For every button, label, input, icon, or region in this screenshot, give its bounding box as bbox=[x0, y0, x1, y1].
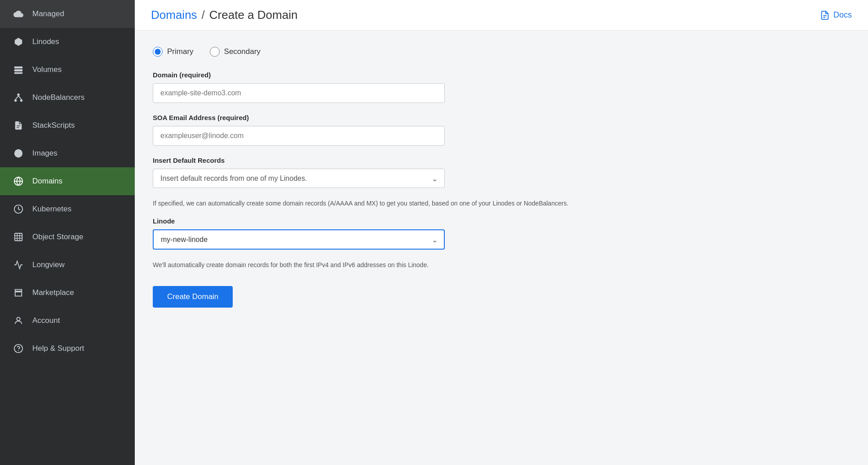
svg-point-16 bbox=[17, 317, 20, 321]
secondary-radio[interactable] bbox=[210, 47, 220, 57]
svg-line-6 bbox=[16, 96, 18, 99]
longview-icon bbox=[13, 259, 24, 271]
sidebar-label-domains: Domains bbox=[32, 177, 62, 186]
cloud-icon bbox=[13, 8, 24, 20]
breadcrumb-current: Create a Domain bbox=[209, 8, 298, 22]
sidebar-label-account: Account bbox=[32, 316, 60, 325]
hexagon-icon bbox=[13, 36, 24, 48]
nodebalancers-icon bbox=[13, 92, 24, 103]
linode-select-wrapper: my-new-linode ⌄ bbox=[153, 229, 445, 250]
domain-input[interactable] bbox=[153, 83, 445, 103]
insert-records-select-wrapper: Insert default records from one of my Li… bbox=[153, 169, 445, 188]
svg-rect-15 bbox=[15, 233, 22, 241]
insert-records-select[interactable]: Insert default records from one of my Li… bbox=[153, 169, 445, 188]
marketplace-icon bbox=[13, 287, 24, 299]
insert-records-helper: If specified, we can automatically creat… bbox=[153, 199, 647, 208]
sidebar-label-kubernetes: Kubernetes bbox=[32, 205, 71, 214]
sidebar-item-volumes[interactable]: Volumes bbox=[0, 56, 135, 84]
soa-email-field: SOA Email Address (required) bbox=[153, 114, 656, 146]
domain-label: Domain (required) bbox=[153, 71, 656, 79]
docs-label: Docs bbox=[833, 10, 852, 20]
sidebar-label-longview: Longview bbox=[32, 260, 65, 269]
sidebar-label-volumes: Volumes bbox=[32, 65, 62, 74]
sidebar-item-nodebalancers[interactable]: NodeBalancers bbox=[0, 84, 135, 112]
sidebar-label-object-storage: Object Storage bbox=[32, 232, 83, 241]
linode-field: Linode my-new-linode ⌄ bbox=[153, 217, 656, 250]
main-content: Domains / Create a Domain Docs Primary S… bbox=[135, 0, 868, 465]
sidebar-item-linodes[interactable]: Linodes bbox=[0, 28, 135, 56]
insert-records-field: Insert Default Records Insert default re… bbox=[153, 156, 656, 188]
primary-radio-label[interactable]: Primary bbox=[153, 47, 194, 57]
sidebar-item-help-support[interactable]: Help & Support bbox=[0, 335, 135, 362]
docs-link[interactable]: Docs bbox=[820, 10, 852, 20]
docs-icon bbox=[820, 10, 830, 20]
sidebar-item-marketplace[interactable]: Marketplace bbox=[0, 279, 135, 307]
help-icon bbox=[13, 343, 24, 354]
sidebar-item-longview[interactable]: Longview bbox=[0, 251, 135, 279]
breadcrumb-domains-link[interactable]: Domains bbox=[151, 8, 197, 22]
primary-radio[interactable] bbox=[153, 47, 163, 57]
svg-point-18 bbox=[18, 350, 19, 351]
volumes-icon bbox=[13, 64, 24, 76]
svg-rect-2 bbox=[14, 72, 22, 74]
object-storage-icon bbox=[13, 231, 24, 243]
sidebar: Managed Linodes Volumes NodeBalancers St… bbox=[0, 0, 135, 465]
domain-field: Domain (required) bbox=[153, 71, 656, 103]
breadcrumb: Domains / Create a Domain bbox=[151, 8, 297, 22]
svg-rect-1 bbox=[14, 69, 22, 72]
secondary-radio-label[interactable]: Secondary bbox=[210, 47, 261, 57]
sidebar-item-domains[interactable]: Domains bbox=[0, 167, 135, 195]
soa-email-input[interactable] bbox=[153, 126, 445, 146]
sidebar-item-stackscripts[interactable]: StackScripts bbox=[0, 112, 135, 139]
primary-radio-text: Primary bbox=[167, 47, 194, 56]
sidebar-label-images: Images bbox=[32, 149, 58, 158]
sidebar-label-linodes: Linodes bbox=[32, 37, 59, 46]
svg-point-10 bbox=[14, 149, 22, 157]
sidebar-label-marketplace: Marketplace bbox=[32, 288, 74, 297]
kubernetes-icon bbox=[13, 203, 24, 215]
insert-records-label: Insert Default Records bbox=[153, 156, 656, 164]
page-header: Domains / Create a Domain Docs bbox=[135, 0, 868, 31]
create-domain-form: Primary Secondary Domain (required) SOA … bbox=[135, 31, 674, 324]
sidebar-label-nodebalancers: NodeBalancers bbox=[32, 93, 84, 102]
sidebar-label-stackscripts: StackScripts bbox=[32, 121, 75, 130]
domains-icon bbox=[13, 175, 24, 187]
stackscripts-icon bbox=[13, 120, 24, 131]
svg-rect-0 bbox=[14, 67, 22, 69]
images-icon bbox=[13, 148, 24, 159]
linode-helper-text: We'll automatically create domain record… bbox=[153, 260, 647, 270]
domain-type-radio-group: Primary Secondary bbox=[153, 47, 656, 57]
sidebar-item-account[interactable]: Account bbox=[0, 307, 135, 335]
svg-point-3 bbox=[17, 94, 20, 96]
sidebar-label-managed: Managed bbox=[32, 9, 64, 18]
sidebar-item-images[interactable]: Images bbox=[0, 139, 135, 167]
account-icon bbox=[13, 315, 24, 326]
soa-label: SOA Email Address (required) bbox=[153, 114, 656, 121]
sidebar-label-help-support: Help & Support bbox=[32, 344, 84, 353]
linode-select[interactable]: my-new-linode bbox=[153, 229, 445, 250]
secondary-radio-text: Secondary bbox=[224, 47, 261, 56]
breadcrumb-separator: / bbox=[202, 8, 205, 22]
sidebar-item-managed[interactable]: Managed bbox=[0, 0, 135, 28]
linode-label: Linode bbox=[153, 217, 656, 225]
sidebar-item-kubernetes[interactable]: Kubernetes bbox=[0, 195, 135, 223]
svg-line-7 bbox=[18, 96, 21, 99]
create-domain-button[interactable]: Create Domain bbox=[153, 286, 233, 308]
svg-point-4 bbox=[14, 99, 17, 102]
svg-point-5 bbox=[20, 99, 22, 102]
sidebar-item-object-storage[interactable]: Object Storage bbox=[0, 223, 135, 251]
